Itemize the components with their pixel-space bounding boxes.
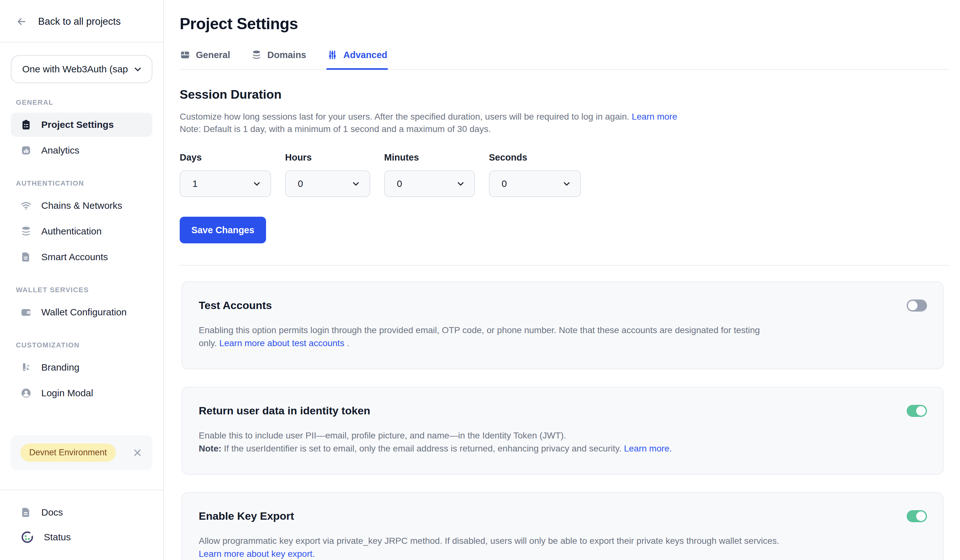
sidebar-item-smart-accounts[interactable]: Smart Accounts bbox=[11, 245, 152, 269]
tab-general[interactable]: General bbox=[180, 49, 230, 69]
card-description: Enabling this option permits login throu… bbox=[199, 324, 927, 349]
seconds-select[interactable]: 0 bbox=[489, 171, 581, 197]
project-selector-value: One with Web3Auth (sap bbox=[22, 64, 128, 75]
sidebar-item-analytics[interactable]: Analytics bbox=[11, 138, 152, 163]
key-export-card: Enable Key Export Allow programmatic key… bbox=[182, 492, 944, 560]
minutes-value: 0 bbox=[397, 178, 402, 189]
days-select[interactable]: 1 bbox=[180, 171, 271, 197]
sidebar-item-wallet-configuration[interactable]: Wallet Configuration bbox=[11, 300, 152, 324]
sidebar-item-chains-networks[interactable]: Chains & Networks bbox=[11, 193, 152, 218]
stack-icon bbox=[251, 49, 262, 60]
card-desc-suffix: . bbox=[344, 338, 350, 348]
bar-chart-icon bbox=[20, 145, 32, 156]
chevron-down-icon bbox=[351, 179, 361, 188]
toggle-knob bbox=[916, 511, 926, 521]
sidebar-item-label: Project Settings bbox=[41, 119, 114, 130]
card-title: Test Accounts bbox=[199, 299, 272, 311]
session-duration-description: Customize how long sessions last for you… bbox=[180, 110, 949, 135]
sidebar-item-label: Status bbox=[44, 532, 71, 542]
sidebar-item-login-modal[interactable]: Login Modal bbox=[11, 381, 152, 405]
card-desc-line1: Enabling this option permits login throu… bbox=[199, 325, 760, 335]
section-label-wallet-services: WALLET SERVICES bbox=[16, 286, 163, 294]
sidebar-item-label: Chains & Networks bbox=[41, 200, 122, 211]
wifi-icon bbox=[20, 200, 32, 211]
tab-advanced[interactable]: Advanced bbox=[327, 49, 387, 69]
hours-value: 0 bbox=[298, 178, 303, 189]
sidebar-item-authentication[interactable]: Authentication bbox=[11, 219, 152, 243]
sidebar-item-label: Docs bbox=[41, 507, 63, 518]
database-icon bbox=[20, 226, 32, 237]
content-divider bbox=[180, 265, 949, 266]
key-export-learn-more-link[interactable]: Learn more about key export. bbox=[199, 549, 315, 559]
app-root: Back to all projects One with Web3Auth (… bbox=[0, 0, 960, 560]
section-label-authentication: AUTHENTICATION bbox=[16, 179, 163, 188]
sidebar-item-label: Authentication bbox=[41, 226, 102, 237]
toggle-knob bbox=[916, 406, 926, 416]
identity-token-toggle[interactable] bbox=[907, 405, 927, 417]
back-label: Back to all projects bbox=[38, 16, 121, 27]
field-days: Days 1 bbox=[180, 152, 271, 197]
sidebar-item-docs[interactable]: Docs bbox=[11, 502, 152, 523]
seconds-label: Seconds bbox=[489, 152, 581, 163]
hours-label: Hours bbox=[285, 152, 370, 163]
field-minutes: Minutes 0 bbox=[384, 152, 475, 197]
chevron-down-icon bbox=[133, 64, 143, 74]
tab-label: Domains bbox=[267, 50, 306, 60]
duration-fields: Days 1 Hours 0 Minutes 0 bbox=[180, 152, 949, 197]
document-icon bbox=[20, 251, 32, 263]
tab-label: Advanced bbox=[343, 50, 387, 60]
chevron-down-icon bbox=[252, 179, 262, 188]
sidebar: Back to all projects One with Web3Auth (… bbox=[0, 0, 164, 560]
card-desc-line2: only. bbox=[199, 338, 219, 348]
sidebar-group-authentication: Chains & Networks Authentication Smart A… bbox=[0, 192, 163, 271]
card-title: Enable Key Export bbox=[199, 510, 294, 522]
learn-more-link[interactable]: Learn more bbox=[632, 112, 677, 121]
sidebar-group-general: Project Settings Analytics bbox=[0, 111, 163, 164]
note-text: If the userIdentifier is set to email, o… bbox=[222, 444, 624, 453]
project-selector[interactable]: One with Web3Auth (sap bbox=[11, 55, 152, 83]
session-description-text: Customize how long sessions last for you… bbox=[180, 112, 629, 121]
sidebar-footer: Docs Status bbox=[0, 490, 163, 560]
cookie-icon bbox=[20, 530, 34, 544]
back-to-projects-link[interactable]: Back to all projects bbox=[0, 0, 163, 42]
section-label-general: GENERAL bbox=[16, 98, 163, 107]
sidebar-item-branding[interactable]: Branding bbox=[11, 355, 152, 380]
environment-badge: Devnet Environment bbox=[20, 444, 116, 462]
brush-icon bbox=[20, 362, 32, 373]
test-accounts-card: Test Accounts Enabling this option permi… bbox=[182, 281, 944, 369]
sidebar-item-label: Branding bbox=[41, 362, 79, 373]
sidebar-item-label: Analytics bbox=[41, 145, 79, 156]
docs-icon bbox=[20, 507, 32, 518]
save-changes-button[interactable]: Save Changes bbox=[180, 217, 266, 243]
key-export-toggle[interactable] bbox=[907, 510, 927, 522]
session-duration-heading: Session Duration bbox=[180, 88, 949, 102]
minutes-label: Minutes bbox=[384, 152, 475, 163]
sidebar-item-label: Smart Accounts bbox=[41, 252, 108, 262]
identity-token-learn-more-link[interactable]: Learn more. bbox=[624, 444, 672, 453]
test-accounts-toggle[interactable] bbox=[907, 300, 927, 311]
section-label-customization: CUSTOMIZATION bbox=[16, 341, 163, 349]
minutes-select[interactable]: 0 bbox=[384, 171, 475, 197]
arrow-left-icon bbox=[16, 16, 27, 27]
card-description: Enable this to include user PII—email, p… bbox=[199, 429, 927, 455]
note-label: Note: bbox=[199, 444, 222, 453]
table-icon bbox=[180, 49, 190, 60]
clipboard-icon bbox=[20, 119, 32, 131]
sliders-icon bbox=[327, 49, 338, 60]
test-accounts-learn-more-link[interactable]: Learn more about test accounts bbox=[219, 338, 344, 348]
user-circle-icon bbox=[20, 388, 32, 399]
sidebar-item-project-settings[interactable]: Project Settings bbox=[11, 113, 152, 137]
tab-label: General bbox=[196, 50, 230, 60]
chevron-down-icon bbox=[562, 179, 571, 188]
sidebar-item-label: Login Modal bbox=[41, 388, 93, 399]
field-hours: Hours 0 bbox=[285, 152, 370, 197]
tab-domains[interactable]: Domains bbox=[251, 49, 306, 69]
page-title: Project Settings bbox=[180, 14, 949, 33]
hours-select[interactable]: 0 bbox=[285, 171, 370, 197]
card-desc-line1: Enable this to include user PII—email, p… bbox=[199, 431, 566, 440]
close-icon[interactable] bbox=[132, 447, 143, 458]
card-title: Return user data in identity token bbox=[199, 405, 370, 417]
sidebar-item-status[interactable]: Status bbox=[11, 526, 152, 548]
chevron-down-icon bbox=[456, 179, 466, 188]
main-content: Project Settings General Domains Advance… bbox=[164, 0, 960, 560]
